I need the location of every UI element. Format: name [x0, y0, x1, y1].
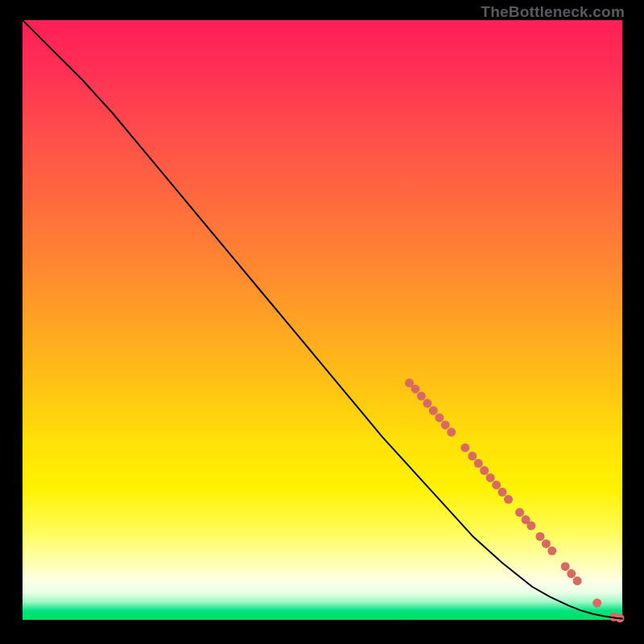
marker-dot [460, 444, 469, 452]
marker-dot [567, 569, 576, 578]
chart-stage: TheBottleneck.com [0, 0, 644, 644]
marker-dot [423, 399, 431, 408]
marker-dot [411, 385, 420, 394]
marker-dot [417, 392, 426, 401]
marker-dot [526, 522, 535, 530]
marker-dot [468, 452, 477, 460]
marker-dot [441, 420, 450, 429]
marker-dot [447, 427, 456, 436]
marker-dot [592, 599, 601, 608]
marker-dot [429, 407, 438, 415]
marker-dot [542, 539, 551, 548]
marker-dot [480, 466, 489, 475]
chart-overlay [23, 20, 622, 620]
marker-dot [435, 413, 444, 422]
marker-dot [492, 481, 501, 489]
marker-dot [486, 473, 495, 482]
marker-dot [573, 576, 582, 585]
marker-dot [498, 488, 507, 497]
marker-dot [547, 547, 556, 555]
marker-dot [474, 459, 483, 468]
watermark: TheBottleneck.com [481, 3, 625, 21]
plot-area [23, 20, 622, 620]
marker-layer [405, 378, 625, 622]
marker-dot [515, 508, 524, 517]
marker-dot [561, 562, 570, 571]
marker-dot [535, 532, 544, 541]
marker-dot [504, 495, 513, 504]
